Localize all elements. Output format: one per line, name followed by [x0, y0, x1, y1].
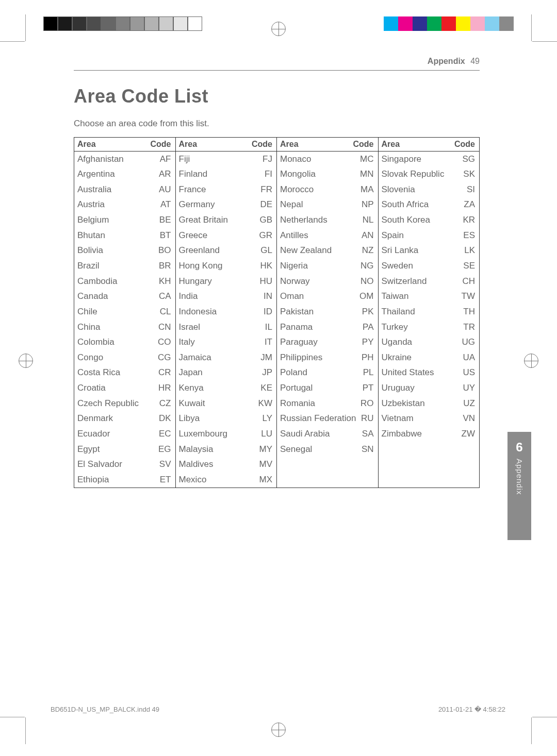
cell-area: Portugal: [280, 382, 358, 395]
swatch: [470, 16, 485, 31]
cell-area: Mongolia: [280, 168, 358, 181]
cell-area: United States: [382, 366, 460, 379]
cell-area: Indonesia: [179, 306, 257, 318]
swatch: [144, 16, 159, 31]
table-row: Saudi ArabiaSA: [277, 427, 378, 442]
cell-code: PK: [358, 306, 374, 318]
crop-mark: [0, 717, 25, 717]
cell-area: Hungary: [179, 275, 257, 288]
cell-area: Egypt: [77, 443, 156, 456]
cell-area: Netherlands: [280, 214, 358, 227]
crop-mark: [531, 14, 532, 41]
cell-code: MV: [257, 458, 272, 471]
cell-code: JM: [257, 351, 272, 364]
cell-code: SA: [358, 428, 374, 441]
table-row: IndiaIN: [176, 289, 277, 305]
cell-code: GR: [257, 229, 272, 242]
cell-code: BE: [156, 214, 171, 227]
table-row: BhutanBT: [74, 228, 175, 243]
table-row: NorwayNO: [277, 274, 378, 289]
cell-area: India: [179, 290, 257, 303]
cell-area: Norway: [280, 275, 358, 288]
table-row: SenegalSN: [277, 442, 378, 457]
cell-area: Pakistan: [280, 306, 358, 318]
table-row: PolandPL: [277, 365, 378, 381]
cell-code: PL: [358, 366, 374, 379]
footer-filename: BD651D-N_US_MP_BALCK.indd 49: [51, 705, 159, 713]
crop-mark: [25, 14, 26, 41]
cell-code: FJ: [257, 153, 272, 166]
cell-area: Bolivia: [77, 244, 156, 257]
table-row: GermanyDE: [176, 197, 277, 213]
table-header: AreaCode: [74, 138, 175, 152]
cell-code: MY: [257, 443, 272, 456]
cell-area: Vietnam: [382, 412, 460, 425]
table-row: South KoreaKR: [379, 213, 480, 228]
table-column: AreaCodeAfghanistanAFArgentinaARAustrali…: [74, 138, 176, 488]
table-row: MonacoMC: [277, 152, 378, 167]
table-row: United StatesUS: [379, 365, 480, 381]
table-row: TurkeyTR: [379, 320, 480, 335]
cell-area: Libya: [179, 412, 257, 425]
swatch: [159, 16, 173, 31]
table-row: New ZealandNZ: [277, 243, 378, 259]
cell-code: IL: [257, 321, 272, 334]
cell-code: LK: [460, 244, 475, 257]
cell-code: TR: [460, 321, 475, 334]
cell-code: ZW: [460, 428, 475, 441]
cell-code: BO: [156, 244, 171, 257]
cell-area: Colombia: [77, 336, 156, 349]
table-row: AustraliaAU: [74, 182, 175, 197]
cell-code: NZ: [358, 244, 374, 257]
cell-code: BT: [156, 229, 171, 242]
table-row: PanamaPA: [277, 320, 378, 335]
crop-mark: [0, 41, 25, 42]
cell-area: Great Britain: [179, 214, 257, 227]
cell-code: DE: [257, 198, 272, 211]
cell-area: Cambodia: [77, 275, 156, 288]
table-row: HungaryHU: [176, 274, 277, 289]
table-row: MexicoMX: [176, 472, 277, 488]
cell-area: Russian Federation: [280, 412, 358, 425]
cell-area: Kenya: [179, 382, 257, 395]
cell-code: BR: [156, 260, 171, 273]
cell-area: Philippines: [280, 351, 358, 364]
table-row: LibyaLY: [176, 411, 277, 427]
table-row: Czech RepublicCZ: [74, 396, 175, 411]
cell-area: Italy: [179, 336, 257, 349]
table-row: OmanOM: [277, 289, 378, 305]
cell-code: AR: [156, 168, 171, 181]
cell-area: Australia: [77, 183, 156, 196]
cell-code: OM: [358, 290, 374, 303]
crop-mark: [532, 717, 557, 717]
cell-code: SG: [460, 153, 475, 166]
cell-area: Bhutan: [77, 229, 156, 242]
cell-code: CR: [156, 366, 171, 379]
cell-area: Canada: [77, 290, 156, 303]
swatch: [485, 16, 499, 31]
cell-code: US: [460, 366, 475, 379]
cell-area: Uruguay: [382, 382, 460, 395]
table-row: BelgiumBE: [74, 213, 175, 228]
cell-code: ID: [257, 306, 272, 318]
cell-code: UZ: [460, 397, 475, 410]
cell-area: Japan: [179, 366, 257, 379]
cell-code: HK: [257, 260, 272, 273]
cell-area: Greece: [179, 229, 257, 242]
table-row: PakistanPK: [277, 304, 378, 320]
cell-code: NO: [358, 275, 374, 288]
cell-area: Hong Kong: [179, 260, 257, 273]
cell-area: Zimbabwe: [382, 428, 460, 441]
cell-code: IN: [257, 290, 272, 303]
cell-code: FR: [257, 183, 272, 196]
cell-code: HR: [156, 382, 171, 395]
table-row: ChileCL: [74, 304, 175, 320]
table-row: SloveniaSI: [379, 182, 480, 197]
crop-mark: [25, 717, 26, 744]
header-code: Code: [454, 140, 475, 149]
swatch: [384, 16, 398, 31]
cell-area: Paraguay: [280, 336, 358, 349]
cell-area: Argentina: [77, 168, 156, 181]
cell-area: Costa Rica: [77, 366, 156, 379]
table-row: UgandaUG: [379, 335, 480, 350]
